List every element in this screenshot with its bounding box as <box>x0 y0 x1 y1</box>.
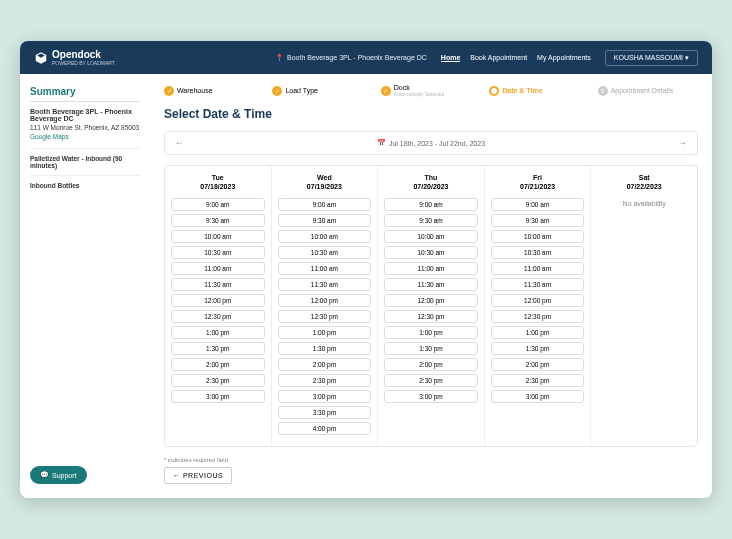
day-column: Wed07/19/20239:00 am9:30 am10:00 am10:30… <box>272 166 379 446</box>
step-label: Dock <box>394 84 410 91</box>
time-slot[interactable]: 1:00 pm <box>278 326 372 339</box>
nav: Home Book Appointment My Appointments <box>441 54 591 62</box>
date-range-bar: ← 📅Jul 18th, 2023 - Jul 22nd, 2023 → <box>164 131 698 155</box>
time-slot[interactable]: 11:30 am <box>171 278 265 291</box>
time-slot[interactable]: 12:30 pm <box>278 310 372 323</box>
time-slot[interactable]: 9:00 am <box>384 198 478 211</box>
time-slot[interactable]: 2:30 pm <box>384 374 478 387</box>
time-slot[interactable]: 1:30 pm <box>384 342 478 355</box>
step-label: Warehouse <box>177 87 213 94</box>
pin-icon: 📍 <box>275 54 284 62</box>
nav-my[interactable]: My Appointments <box>537 54 591 62</box>
time-slot[interactable]: 1:30 pm <box>171 342 265 355</box>
time-slot[interactable]: 12:30 pm <box>491 310 585 323</box>
time-slot[interactable]: 2:00 pm <box>278 358 372 371</box>
brand: Opendock <box>52 49 101 60</box>
time-slot[interactable]: 9:00 am <box>491 198 585 211</box>
time-slot[interactable]: 11:00 am <box>491 262 585 275</box>
next-week-arrow[interactable]: → <box>678 138 687 148</box>
step-label: Date & Time <box>502 87 542 94</box>
time-slot[interactable]: 1:30 pm <box>278 342 372 355</box>
prev-label: PREVIOUS <box>183 472 223 479</box>
user-menu[interactable]: KOUSHA MASSOUMI ▾ <box>605 50 698 66</box>
day-name: Sat <box>597 174 691 181</box>
previous-button[interactable]: ← PREVIOUS <box>164 467 232 484</box>
check-icon: ✓ <box>164 86 174 96</box>
time-slot[interactable]: 2:30 pm <box>171 374 265 387</box>
time-slot[interactable]: 4:00 pm <box>278 422 372 435</box>
step-warehouse[interactable]: ✓Warehouse <box>164 86 264 96</box>
step-dock[interactable]: ✓DockAutomatically Selected <box>381 84 481 97</box>
day-date: 07/18/2023 <box>171 183 265 190</box>
time-slot[interactable]: 9:30 am <box>278 214 372 227</box>
user-name: KOUSHA MASSOUMI <box>614 54 683 61</box>
time-slot[interactable]: 1:00 pm <box>384 326 478 339</box>
time-slot[interactable]: 12:30 pm <box>171 310 265 323</box>
time-slot[interactable]: 2:00 pm <box>491 358 585 371</box>
no-availability: No availability <box>597 200 691 207</box>
time-slot[interactable]: 10:30 am <box>491 246 585 259</box>
day-column: Sat07/22/2023No availability <box>591 166 697 446</box>
time-slot[interactable]: 11:00 am <box>171 262 265 275</box>
support-button[interactable]: 💬Support <box>30 466 87 484</box>
day-column: Tue07/18/20239:00 am9:30 am10:00 am10:30… <box>165 166 272 446</box>
app-window: OpendockPOWERED BY LOADMART 📍 Booth Beve… <box>20 41 712 498</box>
time-slot[interactable]: 1:00 pm <box>171 326 265 339</box>
brand-sub: POWERED BY LOADMART <box>52 60 115 66</box>
time-slot[interactable]: 12:30 pm <box>384 310 478 323</box>
time-slot[interactable]: 10:00 am <box>384 230 478 243</box>
time-slot[interactable]: 3:00 pm <box>384 390 478 403</box>
time-slot[interactable]: 11:00 am <box>384 262 478 275</box>
time-slot[interactable]: 9:30 am <box>491 214 585 227</box>
step-label: Load Type <box>285 87 318 94</box>
time-slot[interactable]: 2:30 pm <box>278 374 372 387</box>
time-slot[interactable]: 12:00 pm <box>491 294 585 307</box>
time-slot[interactable]: 12:00 pm <box>278 294 372 307</box>
check-icon: ✓ <box>381 86 391 96</box>
time-slot[interactable]: 10:30 am <box>171 246 265 259</box>
time-slot[interactable]: 11:00 am <box>278 262 372 275</box>
step-loadtype[interactable]: ✓Load Type <box>272 86 372 96</box>
time-slot[interactable]: 10:00 am <box>278 230 372 243</box>
dot-icon <box>489 86 499 96</box>
time-slot[interactable]: 2:30 pm <box>491 374 585 387</box>
time-slot[interactable]: 2:00 pm <box>171 358 265 371</box>
time-slot[interactable]: 11:30 am <box>278 278 372 291</box>
time-slot[interactable]: 10:30 am <box>384 246 478 259</box>
sidebar: Summary Booth Beverage 3PL - Phoenix Bev… <box>20 74 150 498</box>
time-slot[interactable]: 3:00 pm <box>278 390 372 403</box>
step-datetime[interactable]: Date & Time <box>489 86 589 96</box>
chat-icon: 💬 <box>40 471 49 479</box>
time-slot[interactable]: 9:00 am <box>171 198 265 211</box>
time-slot[interactable]: 9:30 am <box>171 214 265 227</box>
time-slot[interactable]: 12:00 pm <box>384 294 478 307</box>
time-slot[interactable]: 10:00 am <box>491 230 585 243</box>
time-slot[interactable]: 9:00 am <box>278 198 372 211</box>
time-slot[interactable]: 12:00 pm <box>171 294 265 307</box>
time-slot[interactable]: 3:30 pm <box>278 406 372 419</box>
time-slot[interactable]: 1:30 pm <box>491 342 585 355</box>
logo[interactable]: OpendockPOWERED BY LOADMART <box>34 49 115 66</box>
location-crumb[interactable]: 📍 Booth Beverage 3PL - Phoenix Beverage … <box>275 54 427 62</box>
nav-book[interactable]: Book Appointment <box>470 54 527 62</box>
time-slot[interactable]: 11:30 am <box>491 278 585 291</box>
time-slot[interactable]: 3:00 pm <box>491 390 585 403</box>
time-slot[interactable]: 11:30 am <box>384 278 478 291</box>
prev-week-arrow[interactable]: ← <box>175 138 184 148</box>
day-column: Fri07/21/20239:00 am9:30 am10:00 am10:30… <box>485 166 592 446</box>
time-slot[interactable]: 3:00 pm <box>171 390 265 403</box>
required-note: * indicates required field <box>164 457 698 463</box>
summary-dock: Inbound Bottles <box>30 175 140 195</box>
time-slot[interactable]: 9:30 am <box>384 214 478 227</box>
time-slot[interactable]: 1:00 pm <box>491 326 585 339</box>
stepper: ✓Warehouse ✓Load Type ✓DockAutomatically… <box>164 84 698 97</box>
nav-home[interactable]: Home <box>441 54 460 62</box>
time-slot[interactable]: 10:00 am <box>171 230 265 243</box>
maps-link[interactable]: Google Maps <box>30 133 140 140</box>
day-name: Wed <box>278 174 372 181</box>
page-heading: Select Date & Time <box>164 107 698 121</box>
topbar: OpendockPOWERED BY LOADMART 📍 Booth Beve… <box>20 41 712 74</box>
time-slot[interactable]: 10:30 am <box>278 246 372 259</box>
time-slot[interactable]: 2:00 pm <box>384 358 478 371</box>
logo-icon <box>34 51 48 65</box>
